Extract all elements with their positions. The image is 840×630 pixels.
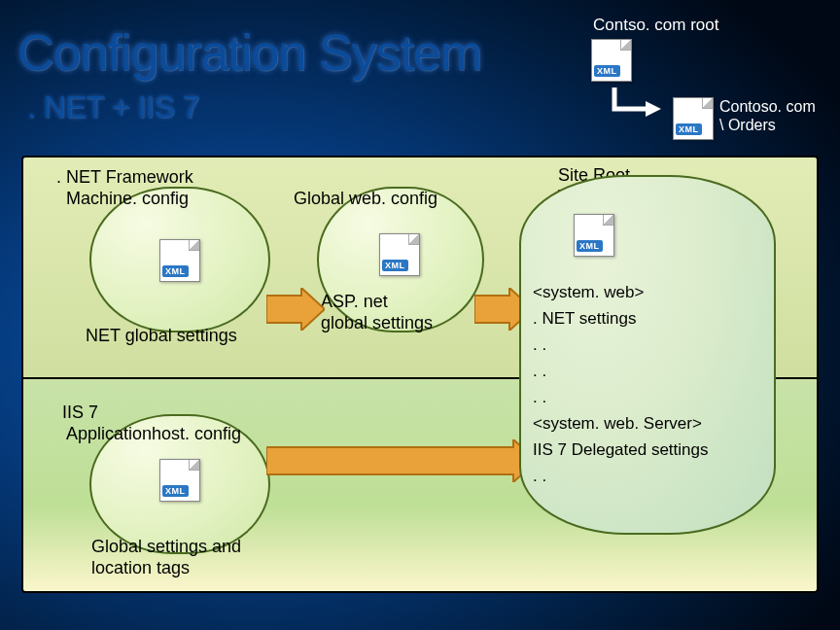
elbow-arrow-icon [607,88,665,122]
xml-icon: XML [159,239,200,282]
page-title: Configuration System [18,23,481,82]
config-line: <system. web> [533,282,756,304]
xml-badge: XML [676,123,702,135]
sub-label-line: Contoso. com [719,98,816,115]
label-iis7: IIS 7 Applicationhost. config [62,402,241,444]
label-asp-net-settings: ASP. net global settings [321,292,457,333]
hierarchy-root-label: Contso. com root [593,16,718,35]
hierarchy-sub-label: Contoso. com \ Orders [719,97,816,134]
label-global-web: Global web. config [294,189,438,210]
text-line: . NET Framework [56,167,193,187]
text-line: Applicationhost. config [66,424,241,443]
label-net-framework: . NET Framework Machine. config [56,167,193,209]
page-subtitle: . NET + IIS 7 [27,89,199,125]
arrow-icon [266,439,537,482]
xml-badge: XML [162,265,189,277]
arrow-icon [266,288,325,331]
xml-badge: XML [594,65,620,77]
xml-icon: XML [159,459,200,502]
xml-icon: XML [574,214,614,257]
label-net-global-settings: NET global settings [86,326,237,347]
label-global-settings-tags: Global settings and location tags [91,537,247,578]
text-line: Machine. config [66,189,189,208]
config-line: IIS 7 Delegated settings [533,439,756,462]
xml-icon: XML [673,97,714,140]
text-line: IIS 7 [62,402,98,422]
config-line: . . [533,334,756,357]
xml-icon: XML [591,39,632,82]
sub-label-line: \ Orders [719,117,776,133]
text-line: Global settings and [91,537,241,556]
config-line: . . [533,387,756,409]
config-line: . NET settings [533,308,756,331]
config-line: . . [533,466,756,488]
site-config-content: <system. web> . NET settings . . . . . .… [533,282,756,492]
xml-icon: XML [379,233,420,276]
xml-badge: XML [162,485,189,497]
config-line: <system. web. Server> [533,413,756,436]
xml-badge: XML [577,240,603,252]
text-line: location tags [91,558,190,578]
text-line: global settings [321,313,433,332]
xml-badge: XML [382,260,408,271]
text-line: ASP. net [321,292,388,311]
config-line: . . [533,361,756,383]
